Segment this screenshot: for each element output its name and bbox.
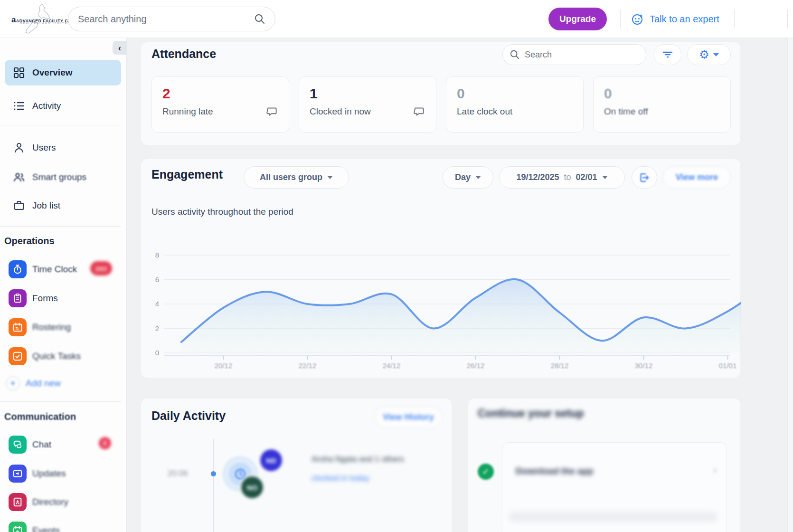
time-clock-icon [9, 260, 27, 278]
avatar[interactable]: ND [259, 448, 283, 473]
filter-button[interactable] [654, 44, 681, 65]
add-new-button[interactable]: + Add new [6, 376, 61, 390]
sidebar-divider [0, 125, 121, 125]
sidebar-item-events[interactable]: Events [9, 520, 121, 532]
directory-icon [9, 493, 27, 511]
sidebar-item-activity[interactable]: Activity [5, 93, 121, 119]
chart-y-tick-label: 0 [155, 349, 159, 357]
sidebar-item-updates[interactable]: Updates [9, 463, 121, 484]
grid-icon [13, 67, 25, 78]
sidebar-item-quick-tasks[interactable]: Quick Tasks [9, 346, 121, 367]
attendance-search [502, 44, 646, 65]
stat-card-on-time-off[interactable]: 0 On time off [593, 76, 731, 133]
group-filter-dropdown[interactable]: All users group [244, 166, 349, 189]
add-new-label: Add new [26, 378, 61, 389]
date-to-word: to [564, 172, 571, 182]
global-search-input[interactable] [78, 14, 254, 25]
chat-icon [9, 436, 27, 454]
sidebar-item-label: Directory [32, 497, 68, 507]
attendance-settings-button[interactable]: ⚙ [687, 44, 731, 65]
engagement-title: Engagement [151, 168, 223, 181]
upgrade-button[interactable]: Upgrade [548, 8, 607, 30]
chart-y-tick-label: 6 [155, 276, 159, 284]
step-complete-icon: ✓ [478, 464, 494, 480]
date-to: 02/01 [576, 172, 597, 182]
sidebar-collapse-button[interactable]: ‹ [113, 41, 127, 55]
robot-icon [631, 12, 645, 26]
stat-card-late-clock-out[interactable]: 0 Late clock out [446, 76, 584, 133]
attendance-panel: Attendance ⚙ 2 Running late [141, 42, 741, 145]
stat-label: On time off [604, 106, 720, 117]
chart-x-tick-label: 20/12 [215, 361, 233, 370]
stat-card-clocked-in[interactable]: 1 Clocked in now [299, 76, 436, 133]
quick-tasks-icon [9, 347, 27, 365]
company-logo[interactable]: aADVANCED FACILITY CARE NEW ZEALAND LIMI… [5, 2, 66, 36]
activity-list-icon [13, 100, 25, 112]
topbar-divider-2 [734, 10, 735, 28]
stat-label: Late clock out [457, 106, 573, 117]
activity-link[interactable]: clocked in today [312, 474, 369, 483]
sidebar-item-label: Events [32, 525, 60, 532]
sidebar-item-label: Users [32, 142, 56, 153]
stat-value: 2 [162, 86, 278, 102]
sidebar-divider [0, 226, 121, 227]
chevron-right-icon[interactable]: › [713, 464, 717, 476]
sidebar-item-smart-groups[interactable]: Smart groups [5, 164, 121, 190]
chart-x-tick-label: 30/12 [635, 361, 653, 370]
sidebar-item-forms[interactable]: Forms [9, 288, 121, 309]
global-search [68, 7, 275, 31]
chart-y-tick-label: 2 [155, 324, 159, 332]
logo-line2: NEW ZEALAND LIMITED [20, 22, 71, 25]
chart-y-tick-label: 4 [155, 300, 159, 308]
events-icon [9, 522, 27, 532]
view-more-button[interactable]: View more [663, 166, 731, 189]
daily-activity-panel: Daily Activity View History 20:06 ND NO … [141, 398, 452, 532]
view-history-button[interactable]: View History [375, 407, 442, 428]
chart-y-tick-label: 8 [155, 251, 159, 259]
sidebar-item-label: Smart groups [32, 172, 86, 182]
sidebar-item-users[interactable]: Users [5, 135, 121, 161]
sidebar-item-label: Chat [32, 439, 51, 450]
sidebar-item-label: Rostering [32, 322, 71, 332]
communication-header: Communication [4, 411, 76, 422]
stat-value: 1 [310, 86, 425, 102]
setup-step-placeholder [509, 512, 717, 522]
chart-x-tick-label: 24/12 [383, 361, 401, 370]
sidebar-item-job-list[interactable]: Job list [5, 193, 121, 218]
sidebar-item-directory[interactable]: Directory [9, 492, 121, 513]
sidebar-item-label: Updates [32, 468, 66, 479]
people-group-icon [13, 171, 25, 183]
user-icon [13, 142, 25, 153]
avatar[interactable]: NO [240, 475, 264, 500]
export-button[interactable] [632, 166, 657, 189]
talk-to-expert-label: Talk to an expert [650, 14, 719, 25]
main-content: Attendance ⚙ 2 Running late [127, 38, 793, 532]
date-from: 19/12/2025 [516, 172, 559, 182]
topbar-divider-3 [787, 10, 788, 28]
chart-x-tick-label: 28/12 [551, 361, 569, 370]
sidebar-divider [0, 401, 121, 402]
sidebar-item-rostering[interactable]: Rostering [9, 317, 121, 338]
stat-card-running-late[interactable]: 2 Running late [151, 76, 289, 133]
attendance-search-input[interactable] [525, 50, 629, 60]
sidebar-item-label: Time Clock [32, 264, 77, 275]
updates-icon [9, 465, 27, 483]
chart-x-tick-label: 22/12 [299, 361, 317, 370]
message-icon[interactable] [413, 105, 425, 118]
scrollbar[interactable] [787, 38, 793, 532]
message-icon[interactable] [266, 105, 278, 118]
talk-to-expert-link[interactable]: Talk to an expert [631, 0, 719, 38]
engagement-panel: Engagement All users group Day 19/12/202… [141, 159, 741, 378]
export-icon [639, 172, 650, 183]
sidebar-item-label: Activity [32, 101, 61, 111]
chart-area [181, 279, 741, 353]
period-dropdown[interactable]: Day [443, 166, 493, 189]
search-icon [254, 13, 265, 25]
topbar-divider [620, 10, 621, 28]
sidebar-item-overview[interactable]: Overview [5, 60, 121, 86]
setup-step-label[interactable]: Download the app [516, 466, 594, 476]
timeline-line [213, 439, 214, 532]
period-value: Day [455, 172, 471, 182]
date-range-picker[interactable]: 19/12/2025 to 02/01 [499, 166, 625, 189]
view-more-label: View more [676, 172, 718, 182]
